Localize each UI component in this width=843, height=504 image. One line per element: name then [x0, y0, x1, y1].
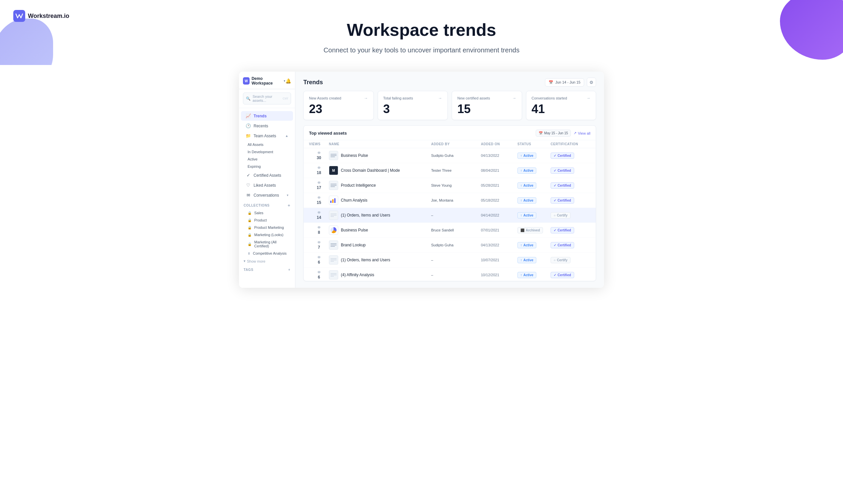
certified-assets-value: 15: [457, 103, 516, 115]
table-date-range-button[interactable]: 📅 May 15 - Jun 15: [536, 130, 571, 137]
sidebar-collection-sales[interactable]: 🔒 Sales: [239, 209, 295, 217]
add-tag-icon[interactable]: +: [288, 268, 290, 272]
show-more-label: Show more: [247, 259, 265, 263]
certification-cell: ✓ Certified: [551, 197, 590, 203]
table-title: Top viewed assets: [309, 131, 347, 136]
view-all-button[interactable]: ↗ View all: [573, 131, 590, 135]
added-by-cell: Bruce Sandell: [431, 228, 481, 232]
tags-section-label: TAGS +: [239, 265, 295, 273]
workspace-selector[interactable]: W Demo Workspace ▾: [243, 76, 286, 86]
lock-icon: 🔒: [247, 211, 252, 215]
table-row[interactable]: 👁 30 Business Pulse Sudipto Guha 04/13/2…: [304, 148, 596, 163]
sidebar-search: 🔍 Search your assets... Ctrl/: [239, 89, 295, 108]
added-on-cell: 04/13/2022: [481, 243, 517, 247]
table-row[interactable]: 👁 17 Product Intelligence Steve Young 05…: [304, 178, 596, 193]
views-cell: 👁 6: [309, 255, 329, 265]
certification-cell: ✓ Certified: [551, 272, 590, 278]
cert-badge: ✓ Certified: [551, 197, 574, 203]
table-row[interactable]: 👁 6 (1) Orders, Items and Users – 10/07/…: [304, 253, 596, 268]
added-by-cell: –: [431, 213, 481, 217]
added-on-cell: 10/12/2021: [481, 273, 517, 277]
sidebar-item-trends[interactable]: 📈 Trends: [241, 111, 293, 121]
sidebar-collection-marketing-looks[interactable]: 🔒 Marketing (Looks): [239, 231, 295, 238]
certification-cell: ✓ Certified: [551, 242, 590, 248]
asset-thumbnail: [329, 196, 338, 205]
conversations-arrow-icon[interactable]: →: [586, 96, 590, 101]
sidebar-sub-in-development[interactable]: In Development: [239, 148, 295, 156]
cert-badge: ✓ Certified: [551, 272, 574, 278]
views-cell: 👁 8: [309, 226, 329, 235]
add-collection-icon[interactable]: +: [288, 203, 290, 208]
asset-name: (4) Affinity Analysis: [341, 273, 374, 277]
show-more[interactable]: ▾ Show more: [239, 257, 295, 265]
liked-assets-icon: ♡: [246, 183, 251, 188]
sidebar-sub-expiring[interactable]: Expiring: [239, 163, 295, 170]
sidebar-sub-active[interactable]: Active: [239, 156, 295, 163]
stat-card-failing-assets: Total failing assets → 3: [378, 91, 448, 120]
failing-assets-arrow-icon[interactable]: →: [438, 96, 442, 101]
search-shortcut: Ctrl/: [283, 97, 288, 100]
sidebar-collection-product-marketing[interactable]: 🔒 Product Marketing: [239, 224, 295, 231]
sidebar-collection-marketing-certified[interactable]: 🔒 Marketing (All Certified): [239, 238, 295, 250]
added-on-cell: 04/13/2022: [481, 154, 517, 158]
table-row[interactable]: 👁 15 Churn Analysis Joe, Montana 05/18/2…: [304, 193, 596, 208]
page-header: Workstream.io Workspace trends Connect t…: [0, 0, 843, 65]
stat-card-conversations: Conversations started → 41: [526, 91, 597, 120]
sidebar-collection-competitive[interactable]: ⬇ Competitive Analysis: [239, 250, 295, 257]
cert-icon: ✓: [554, 199, 556, 202]
column-headers: VIEWS NAME ADDED BY ADDED ON STATUS CERT…: [304, 140, 596, 148]
search-box[interactable]: 🔍 Search your assets... Ctrl/: [243, 92, 291, 105]
table-row[interactable]: 👁 8 Business Pulse Bruce Sandell 07/01/2…: [304, 223, 596, 238]
main-panel: Trends 📅 Jun 14 - Jun 15 ⚙ New Assets cr…: [295, 72, 604, 288]
show-more-chevron-icon: ▾: [244, 259, 246, 263]
added-on-cell: 05/28/2021: [481, 183, 517, 187]
name-cell: (1) Orders, Items and Users: [329, 255, 431, 265]
table-row[interactable]: 👁 7 Brand Lookup Sudipto Guha 04/13/2022…: [304, 238, 596, 253]
search-icon: 🔍: [246, 96, 251, 101]
table-row[interactable]: 👁 14 (1) Orders, Items and Users – 04/14…: [304, 208, 596, 223]
status-cell: ↑ Active: [517, 257, 551, 263]
certified-assets-arrow-icon[interactable]: →: [513, 96, 516, 101]
trends-header: Trends 📅 Jun 14 - Jun 15 ⚙: [295, 72, 604, 91]
views-count: 14: [316, 215, 321, 220]
stat-card-failing-header: Total failing assets →: [383, 96, 443, 101]
col-certification: CERTIFICATION: [551, 142, 590, 146]
asset-name: Churn Analysis: [341, 198, 367, 203]
status-cell: ↑ Active: [517, 182, 551, 189]
sidebar-sub-all-assets[interactable]: All Assets: [239, 141, 295, 148]
bell-icon[interactable]: 🔔: [286, 78, 291, 84]
cert-icon: ✓: [554, 244, 556, 247]
table-row[interactable]: 👁 18 M Cross Domain Dashboard | Mode Tes…: [304, 163, 596, 178]
status-icon: ↑: [520, 244, 522, 247]
sidebar-collection-product[interactable]: 🔒 Product: [239, 217, 295, 224]
sidebar-recents-label: Recents: [254, 124, 268, 128]
eye-icon: 👁: [317, 211, 321, 215]
col-added-by: ADDED BY: [431, 142, 481, 146]
sidebar-item-team-assets[interactable]: 📁 Team Assets ▲: [241, 131, 293, 141]
eye-icon: 👁: [317, 151, 321, 155]
added-by-cell: Joe, Montana: [431, 198, 481, 202]
status-cell: ↑ Active: [517, 212, 551, 218]
added-by-cell: Sudipto Guha: [431, 243, 481, 247]
top-viewed-table: Top viewed assets 📅 May 15 - Jun 15 ↗ Vi…: [303, 125, 596, 281]
settings-button[interactable]: ⚙: [587, 77, 596, 87]
status-icon: ↑: [520, 273, 522, 277]
date-range-button[interactable]: 📅 Jun 14 - Jun 15: [545, 78, 584, 87]
table-calendar-icon: 📅: [539, 131, 543, 135]
certification-cell: ○ Certify: [551, 257, 590, 263]
asset-name: (1) Orders, Items and Users: [341, 258, 390, 262]
status-icon: ↑: [520, 184, 522, 187]
stat-card-conversations-header: Conversations started →: [532, 96, 591, 101]
status-icon: ↑: [520, 199, 522, 202]
cert-badge: ✓ Certified: [551, 227, 574, 233]
sidebar-item-recents[interactable]: 🕐 Recents: [241, 121, 293, 131]
date-range-text: Jun 14 - Jun 15: [555, 80, 581, 84]
competitive-label: Competitive Analysis: [253, 251, 287, 255]
sidebar-item-certified-assets[interactable]: ✓ Certified Assets: [241, 170, 293, 180]
cert-badge: ✓ Certified: [551, 167, 574, 174]
sidebar-item-liked-assets[interactable]: ♡ Liked Assets: [241, 180, 293, 190]
new-assets-arrow-icon[interactable]: →: [364, 96, 368, 101]
sidebar-item-conversations[interactable]: ✉ Conversations ▾: [241, 190, 293, 200]
lock-icon: 🔒: [247, 218, 252, 222]
table-row[interactable]: 👁 6 (4) Affinity Analysis – 10/12/2021 ↑…: [304, 268, 596, 281]
